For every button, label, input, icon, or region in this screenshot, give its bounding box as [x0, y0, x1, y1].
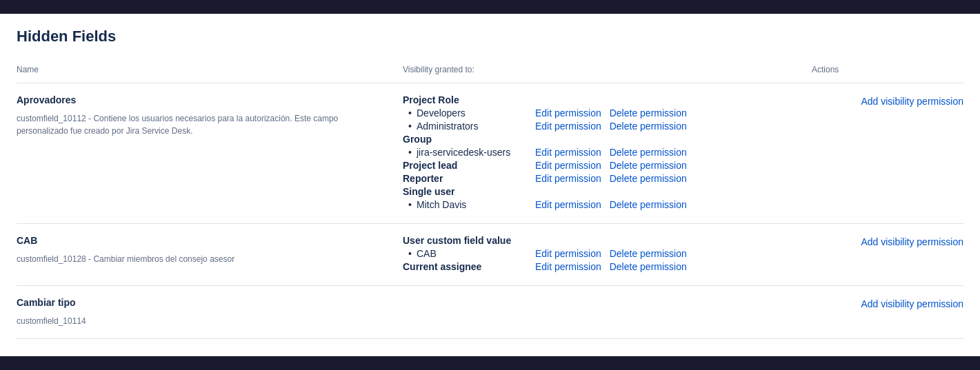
item-name: jira-servicedesk-users	[417, 147, 527, 158]
visibility-type-label: User custom field value	[403, 235, 801, 246]
edit-permission-link[interactable]: Edit permission	[535, 160, 601, 171]
standalone-row: Project leadEdit permissionDelete permis…	[403, 160, 801, 171]
field-name-col: Cambiar tipocustomfield_10114	[17, 297, 403, 327]
visibility-item: AdministratorsEdit permissionDelete perm…	[403, 121, 801, 132]
visibility-col: User custom field valueCABEdit permissio…	[403, 235, 812, 274]
bullet-item: CABEdit permissionDelete permission	[403, 248, 687, 259]
field-name: CAB	[17, 235, 403, 246]
item-actions: Edit permissionDelete permission	[535, 147, 687, 158]
edit-permission-link[interactable]: Edit permission	[535, 147, 601, 158]
visibility-type-label: Group	[403, 134, 801, 145]
standalone-type-label: Project lead	[403, 160, 527, 171]
delete-permission-link[interactable]: Delete permission	[610, 261, 687, 272]
delete-permission-link[interactable]: Delete permission	[610, 121, 687, 132]
inline-actions: Edit permissionDelete permission	[535, 160, 687, 171]
bullet-item: jira-servicedesk-usersEdit permissionDel…	[403, 147, 687, 158]
delete-permission-link[interactable]: Delete permission	[610, 173, 687, 184]
standalone-type-label: Reporter	[403, 173, 527, 184]
visibility-item: CABEdit permissionDelete permission	[403, 248, 801, 259]
visibility-type-label: Project Role	[403, 94, 801, 105]
table-header: Name Visibility granted to: Actions	[17, 62, 963, 83]
edit-permission-link[interactable]: Edit permission	[535, 261, 601, 272]
bullet-item: DevelopersEdit permissionDelete permissi…	[403, 107, 687, 119]
field-name-col: Aprovadorescustomfield_10112 - Contiene …	[17, 94, 403, 137]
edit-permission-link[interactable]: Edit permission	[535, 107, 601, 119]
field-name: Aprovadores	[17, 94, 403, 105]
delete-permission-link[interactable]: Delete permission	[610, 160, 687, 171]
edit-permission-link[interactable]: Edit permission	[535, 173, 601, 184]
table-row: CABcustomfield_10128 - Cambiar miembros …	[17, 224, 963, 286]
standalone-row: ReporterEdit permissionDelete permission	[403, 173, 801, 184]
page-title: Hidden Fields	[17, 28, 963, 45]
field-desc: customfield_10128 - Cambiar miembros del…	[17, 253, 375, 265]
add-visibility-permission-link[interactable]: Add visibility permission	[861, 96, 963, 107]
visibility-item: jira-servicedesk-usersEdit permissionDel…	[403, 147, 801, 158]
field-desc: customfield_10112 - Contiene los usuario…	[17, 112, 375, 137]
visibility-item: Mitch DavisEdit permissionDelete permiss…	[403, 199, 801, 210]
item-name: Administrators	[417, 121, 527, 132]
visibility-item: DevelopersEdit permissionDelete permissi…	[403, 107, 801, 119]
actions-col: Add visibility permission	[812, 235, 963, 247]
add-visibility-permission-link[interactable]: Add visibility permission	[861, 236, 963, 247]
item-actions: Edit permissionDelete permission	[535, 248, 687, 259]
standalone-row: Current assigneeEdit permissionDelete pe…	[403, 261, 801, 272]
bottom-bar	[0, 356, 980, 370]
bullet-item: Mitch DavisEdit permissionDelete permiss…	[403, 199, 687, 210]
top-bar	[0, 0, 980, 14]
item-name: Developers	[417, 107, 527, 119]
edit-permission-link[interactable]: Edit permission	[535, 248, 601, 259]
inline-actions: Edit permissionDelete permission	[535, 261, 687, 272]
col-actions-header: Actions	[812, 62, 963, 77]
item-name: Mitch Davis	[417, 199, 527, 210]
col-name-header: Name	[17, 62, 403, 77]
actions-col: Add visibility permission	[812, 297, 963, 309]
bullet-item: AdministratorsEdit permissionDelete perm…	[403, 121, 687, 132]
visibility-col: Project RoleDevelopersEdit permissionDel…	[403, 94, 812, 212]
delete-permission-link[interactable]: Delete permission	[610, 199, 687, 210]
edit-permission-link[interactable]: Edit permission	[535, 121, 601, 132]
col-visibility-header: Visibility granted to:	[403, 62, 812, 77]
table-body: Aprovadorescustomfield_10112 - Contiene …	[17, 83, 963, 339]
inline-actions: Edit permissionDelete permission	[535, 173, 687, 184]
edit-permission-link[interactable]: Edit permission	[535, 199, 601, 210]
table-row: Cambiar tipocustomfield_10114Add visibil…	[17, 286, 963, 339]
item-actions: Edit permissionDelete permission	[535, 199, 687, 210]
field-desc: customfield_10114	[17, 315, 375, 327]
page-container: Hidden Fields Name Visibility granted to…	[0, 14, 980, 356]
add-visibility-permission-link[interactable]: Add visibility permission	[861, 298, 963, 309]
field-name: Cambiar tipo	[17, 297, 403, 308]
table-row: Aprovadorescustomfield_10112 - Contiene …	[17, 83, 963, 224]
visibility-type-label: Single user	[403, 186, 801, 197]
item-name: CAB	[417, 248, 527, 259]
delete-permission-link[interactable]: Delete permission	[610, 147, 687, 158]
delete-permission-link[interactable]: Delete permission	[610, 248, 687, 259]
item-actions: Edit permissionDelete permission	[535, 107, 687, 119]
actions-col: Add visibility permission	[812, 94, 963, 107]
standalone-type-label: Current assignee	[403, 261, 527, 272]
delete-permission-link[interactable]: Delete permission	[610, 107, 687, 119]
field-name-col: CABcustomfield_10128 - Cambiar miembros …	[17, 235, 403, 265]
item-actions: Edit permissionDelete permission	[535, 121, 687, 132]
